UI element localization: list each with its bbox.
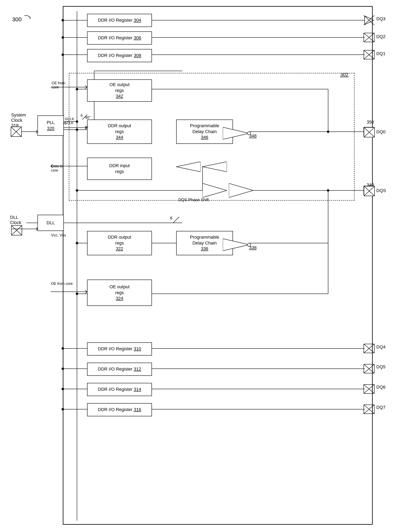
sysclk-to-pll-line bbox=[21, 127, 38, 135]
dq2-label: DQ2 bbox=[376, 34, 385, 39]
bus-slash bbox=[173, 217, 179, 223]
svg-line-149 bbox=[36, 229, 38, 231]
buffer-338-svg bbox=[223, 239, 251, 251]
dq5-label: DQ5 bbox=[376, 364, 385, 369]
input-buffer-1 bbox=[176, 162, 201, 173]
angle-0-label: 0° bbox=[85, 126, 88, 130]
reg-312: DDR I/O Register 312 bbox=[87, 363, 152, 376]
dqs-buffer-2-svg bbox=[229, 183, 253, 197]
dqs-buffer-1-svg bbox=[202, 183, 227, 197]
dqs-pad-svg bbox=[364, 186, 375, 196]
vcc-vss-label: Vcc, Vss bbox=[51, 233, 66, 237]
oe-regs-324: OE outputregs324 bbox=[87, 279, 152, 306]
reg-308: DDR I/O Register 308 bbox=[87, 49, 152, 62]
svg-marker-122 bbox=[223, 127, 249, 139]
dq1-label: DQ1 bbox=[376, 51, 385, 56]
reg-310: DDR I/O Register 310 bbox=[87, 342, 152, 355]
oe-from-core-label-324: OE from core bbox=[51, 282, 73, 286]
angle-90-label: 90° bbox=[85, 115, 90, 120]
ddr-out-regs-344: DDR outputregs344 bbox=[87, 120, 152, 144]
svg-marker-138 bbox=[223, 239, 249, 251]
label-338: 338 bbox=[249, 245, 257, 250]
bus-6-dll: 6 bbox=[170, 216, 172, 220]
svg-line-148 bbox=[36, 227, 38, 229]
input-buffer-1-svg bbox=[176, 162, 201, 172]
svg-line-145 bbox=[36, 130, 38, 132]
dq7-label: DQ7 bbox=[376, 405, 385, 410]
label-arrow-300 bbox=[16, 14, 32, 24]
reg-314: DDR I/O Register 314 bbox=[87, 383, 152, 396]
gclk-lclk-label: GCLKLCLK bbox=[65, 117, 74, 125]
dqs-pad bbox=[364, 186, 375, 197]
system-clock-pad bbox=[11, 127, 22, 138]
dll-block: DLL bbox=[38, 215, 64, 231]
label-302: 302 bbox=[340, 72, 348, 78]
svg-line-146 bbox=[36, 132, 38, 133]
buffer-348 bbox=[223, 127, 251, 140]
reg-306: DDR I/O Register 306 bbox=[87, 32, 152, 44]
ddr-input-regs: DDR inputregs bbox=[87, 158, 152, 180]
dq0-pad bbox=[364, 127, 375, 138]
dqs-buffer-1 bbox=[202, 183, 227, 198]
input-buffer-2 bbox=[202, 162, 227, 173]
dll-clock-label: DLLClock bbox=[10, 215, 21, 225]
svg-marker-130 bbox=[229, 183, 253, 197]
svg-line-137 bbox=[173, 217, 179, 223]
label-348: 348 bbox=[249, 133, 257, 139]
reg-304: DDR I/O Register 304 bbox=[87, 14, 152, 27]
dq0-pad-svg bbox=[364, 127, 375, 137]
dq4-label: DQ4 bbox=[376, 344, 385, 350]
input-buffer-2-svg bbox=[202, 162, 227, 172]
dqs-buffer-2 bbox=[229, 183, 253, 198]
dll-to-block-line bbox=[12, 225, 38, 233]
dq0-label: DQ0 bbox=[376, 129, 385, 134]
svg-marker-124 bbox=[176, 162, 201, 172]
system-clock-label: SystemClock318 bbox=[11, 113, 26, 128]
svg-marker-125 bbox=[202, 162, 227, 172]
buffer-348-svg bbox=[223, 127, 251, 139]
dll-clock-area: DLLClock bbox=[10, 215, 21, 225]
reg-316: DDR I/O Register 316 bbox=[87, 403, 152, 416]
buffer-338 bbox=[223, 239, 251, 252]
diagram-container: 300 bbox=[0, 0, 398, 532]
dll-out-line bbox=[64, 219, 90, 227]
oe-regs-342: OE outputregs342 bbox=[87, 79, 152, 102]
data-to-core-label: Data tocore bbox=[51, 164, 63, 173]
oe-from-core-label-342: OE fromcore bbox=[52, 81, 65, 89]
pll-block: PLL320 bbox=[38, 115, 64, 136]
svg-line-152 bbox=[30, 18, 30, 19]
dq3-label: DQ3 bbox=[376, 16, 385, 21]
dq6-label: DQ6 bbox=[376, 385, 385, 390]
system-clock-pad-svg bbox=[11, 127, 22, 137]
dqs-label: DQS bbox=[376, 188, 386, 193]
svg-marker-129 bbox=[202, 183, 227, 197]
label-350: 350 bbox=[366, 120, 374, 125]
ddr-out-regs-322: DDR outputregs322 bbox=[87, 231, 152, 255]
